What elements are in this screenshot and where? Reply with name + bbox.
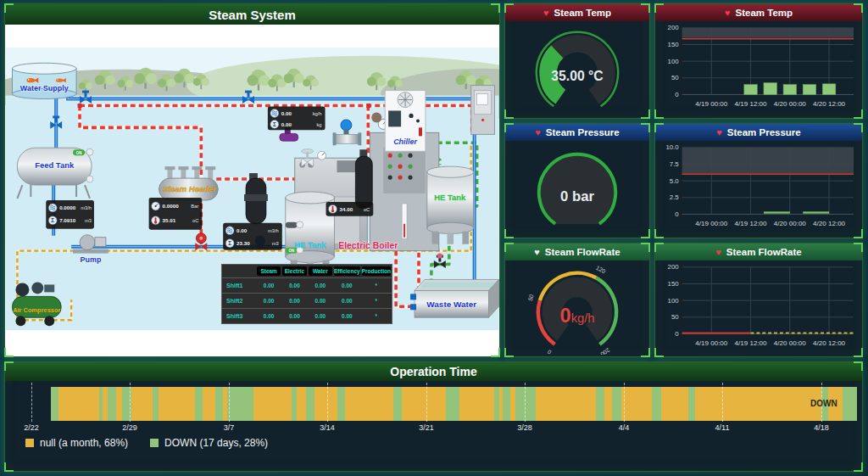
table-cell: * [361,308,392,323]
table-cell: * [361,293,392,308]
timeline-legend: null (a month, 68%)DOWN (17 days, 28%) [25,437,268,449]
svg-text:100: 100 [668,58,680,65]
chart-header-steam-temp[interactable]: ♥ Steam Temp [655,4,862,21]
row-label: Shift2 [222,293,256,308]
timeline-segment-down[interactable] [215,387,223,421]
operation-time-title: Operation Time [390,365,476,378]
timeline-segment-down[interactable] [515,387,536,421]
steam-pressure-gauge[interactable]: 0 bar [505,141,649,236]
process-diagram-body: Σ [5,25,499,356]
timeline-segment-run[interactable] [345,387,393,421]
timeline-segment-down[interactable] [612,387,621,421]
operation-timeline[interactable]: DOWN null (a month, 68%)DOWN (17 days, 2… [5,381,862,471]
gauge-header-steam-pressure[interactable]: ♥ Steam Pressure [505,124,649,141]
gauge-header-steam-temp[interactable]: ♥ Steam Temp [505,4,649,21]
timeline-segment-run[interactable] [459,387,494,421]
row-label: Shift3 [222,308,256,323]
timeline-segment-run[interactable] [314,387,337,421]
timeline-segment-down[interactable] [227,387,253,421]
table-cell: 0.00 [281,308,307,323]
timeline-segment-down[interactable] [652,387,661,421]
electric-boiler-label: Electric Boiler [338,241,398,250]
svg-text:0.0000: 0.0000 [163,203,180,209]
svg-text:34.00: 34.00 [339,206,353,212]
steam-system-panel: Steam System [4,3,500,357]
svg-text:0: 0 [675,330,679,338]
databox-boiler: 0.0000 Bar 35.01 oC [149,198,203,230]
timeline-segment-run[interactable] [621,387,652,421]
svg-text:200: 200 [668,263,680,271]
timeline-segment-run[interactable] [536,387,596,421]
steam-flowrate-chart[interactable]: 0501001502004/19 00:004/19 12:004/20 00:… [655,260,862,355]
timeline-segment-down[interactable] [306,387,314,421]
table-cell: 0.00 [256,293,281,308]
separator [355,149,372,209]
heart-icon: ♥ [716,128,722,137]
steam-temp-chart[interactable]: 0501001502004/19 00:004/19 12:004/20 00:… [655,21,862,116]
timeline-segment-down[interactable] [688,387,695,421]
he-tank-right-label: HE Tank [434,193,466,202]
svg-text:kg: kg [316,122,321,127]
steam-flowrate-gauge[interactable]: 0501202000kg/h [505,260,649,355]
scada-dashboard: Steam System [0,0,868,476]
table-cell: 0.00 [333,277,361,293]
gauge-title: Steam Temp [554,8,612,18]
heart-icon: ♥ [534,248,540,257]
table-cell: 0.00 [256,277,281,293]
table-cell: * [361,277,392,293]
timeline-segment-down[interactable] [108,387,116,421]
timeline-segment-run[interactable] [203,387,215,421]
timeline-segment-down[interactable] [153,387,159,421]
table-cell: 0.00 [333,293,361,308]
he-tank-on-badge: ON [288,249,294,253]
svg-text:oC: oC [364,207,370,212]
timeline-gridline [525,383,526,422]
air-compressor-label: Air Compressor [13,306,60,314]
svg-text:4/19 12:00: 4/19 12:00 [735,339,768,347]
timeline-segment-run[interactable] [58,387,99,421]
timeline-tick-label: 3/14 [320,423,335,432]
table-cell: 0.00 [281,293,307,308]
he-tank-right [427,166,474,244]
timeline-segment-down[interactable] [51,387,58,421]
operation-time-header: Operation Time [5,362,862,381]
timeline-segment-run[interactable] [253,387,292,421]
column-header: Production [362,266,391,276]
timeline-segment-run[interactable] [131,387,153,421]
svg-text:m3/h: m3/h [81,205,92,210]
table-cell: 0.00 [308,308,333,323]
timeline-segment-run[interactable] [604,387,612,421]
timeline-segment-down[interactable] [843,387,857,421]
timeline-gridline [130,383,131,422]
timeline-segment-down[interactable] [393,387,402,421]
svg-text:0.0000: 0.0000 [59,204,76,210]
timeline-segment-down[interactable] [596,387,604,421]
timeline-segment-down[interactable] [337,387,345,421]
table-cell: 0.00 [281,277,307,293]
timeline-segment-down[interactable] [503,387,510,421]
steam-temp-gauge[interactable]: 35.00 °C [505,21,649,116]
gauge-header-steam-flowrate[interactable]: ♥ Steam FlowRate [505,244,649,260]
steam-pressure-chart[interactable]: 02.55.07.510.04/19 00:004/19 12:004/20 0… [655,141,862,236]
chart-header-steam-flowrate[interactable]: ♥ Steam FlowRate [655,244,862,260]
timeline-segment-run[interactable] [695,387,821,421]
legend-item[interactable]: null (a month, 68%) [25,437,128,449]
timeline-segment-down[interactable] [446,387,459,421]
relief-valve-icon [371,112,381,122]
feed-tank-label: Feed Tank [35,160,75,170]
row-label: Shift1 [222,277,256,293]
timeline-segment-run[interactable] [159,387,195,421]
timeline-segment-run[interactable] [661,387,688,421]
gauge-panel-steam-pressure: ♥ Steam Pressure 0 bar [504,123,650,238]
column-header: Electric [282,266,306,276]
timeline-segment-down[interactable] [195,387,203,421]
steam-system-title: Steam System [209,8,296,22]
chart-panel-steam-temp: ♥ Steam Temp 0501001502004/19 00:004/19 … [654,3,863,119]
timeline-segment-run[interactable] [297,387,306,421]
svg-text:4/19 00:00: 4/19 00:00 [695,339,728,347]
timeline-segment-run[interactable] [116,387,122,421]
svg-text:Bar: Bar [191,204,198,209]
legend-item[interactable]: DOWN (17 days, 28%) [150,437,268,449]
timeline-segment-run[interactable] [402,387,446,421]
chart-header-steam-pressure[interactable]: ♥ Steam Pressure [655,124,862,141]
